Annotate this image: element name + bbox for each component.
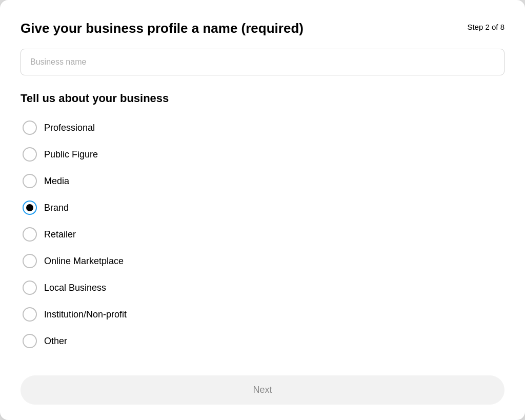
radio-custom-professional [23, 121, 37, 135]
radio-custom-brand [23, 201, 37, 215]
business-type-radio-group: ProfessionalPublic FigureMediaBrandRetai… [21, 115, 504, 365]
radio-label-local-business: Local Business [44, 283, 106, 293]
radio-label-other: Other [44, 336, 67, 347]
radio-label-institution-nonprofit: Institution/Non-profit [44, 309, 127, 320]
radio-label-online-marketplace: Online Marketplace [44, 256, 124, 267]
radio-option-retailer[interactable]: Retailer [21, 222, 504, 247]
radio-option-other[interactable]: Other [21, 329, 504, 353]
radio-option-professional[interactable]: Professional [21, 115, 504, 140]
modal-header: Give your business profile a name (requi… [21, 21, 504, 36]
radio-custom-institution-nonprofit [23, 307, 37, 322]
footer: Next [21, 365, 504, 420]
radio-label-retailer: Retailer [44, 229, 76, 240]
radio-option-public-figure[interactable]: Public Figure [21, 142, 504, 167]
section-title: Tell us about your business [21, 92, 504, 105]
radio-label-professional: Professional [44, 123, 95, 133]
radio-label-brand: Brand [44, 203, 69, 213]
modal-container: Give your business profile a name (requi… [0, 0, 525, 420]
radio-option-media[interactable]: Media [21, 169, 504, 193]
radio-option-institution-nonprofit[interactable]: Institution/Non-profit [21, 302, 504, 327]
radio-custom-online-marketplace [23, 254, 37, 268]
radio-label-media: Media [44, 176, 69, 187]
radio-custom-retailer [23, 227, 37, 242]
radio-option-brand[interactable]: Brand [21, 195, 504, 220]
radio-option-local-business[interactable]: Local Business [21, 275, 504, 300]
radio-option-online-marketplace[interactable]: Online Marketplace [21, 249, 504, 273]
step-indicator: Step 2 of 8 [467, 21, 504, 31]
next-button[interactable]: Next [21, 375, 504, 405]
radio-custom-local-business [23, 281, 37, 295]
radio-label-public-figure: Public Figure [44, 149, 98, 160]
page-title: Give your business profile a name (requi… [21, 21, 304, 36]
business-name-input[interactable] [21, 49, 504, 75]
radio-custom-public-figure [23, 147, 37, 162]
radio-custom-media [23, 174, 37, 188]
radio-custom-other [23, 334, 37, 348]
